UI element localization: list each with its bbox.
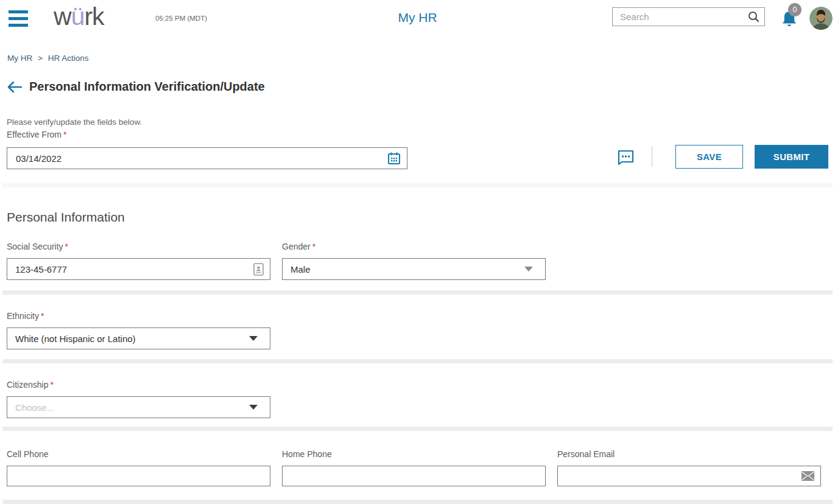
search-input[interactable]: [620, 12, 748, 22]
social-security-input-box[interactable]: [7, 258, 270, 280]
row-divider: [2, 427, 833, 431]
section-divider: [2, 183, 833, 187]
logo-text: w: [54, 2, 71, 30]
section-title: Personal Information: [7, 210, 835, 225]
citizenship-label: Citizenship*: [7, 380, 270, 390]
effective-from-label: Effective From*: [7, 130, 835, 139]
form-row-2: Ethnicity* White (not Hispanic or Latino…: [7, 311, 835, 349]
chevron-down-icon: [524, 267, 533, 271]
clock-time: 05:25 PM (MDT): [155, 15, 207, 22]
chevron-down-icon: [249, 405, 258, 410]
page-header-title: My HR: [398, 10, 437, 25]
cell-phone-input-box[interactable]: [7, 466, 270, 486]
page-title: Personal Information Verification/Update: [29, 80, 265, 94]
social-security-input[interactable]: [15, 264, 253, 275]
required-marker: *: [63, 130, 66, 139]
breadcrumb-my-hr[interactable]: My HR: [7, 54, 32, 63]
citizenship-field: Citizenship* Choose...: [7, 380, 270, 418]
required-marker: *: [312, 242, 315, 251]
ethnicity-value: White (not Hispanic or Latino): [15, 334, 249, 344]
avatar[interactable]: [809, 7, 833, 30]
email-envelope-icon: [802, 471, 814, 481]
id-badge-icon: [253, 263, 264, 276]
row-divider: [2, 290, 833, 295]
ethnicity-field: Ethnicity* White (not Hispanic or Latino…: [7, 311, 270, 349]
cell-phone-field: Cell Phone: [7, 449, 270, 486]
personal-email-field: Personal Email: [557, 449, 821, 486]
back-arrow-icon[interactable]: [7, 82, 22, 93]
effective-from-field[interactable]: [7, 147, 407, 169]
ethnicity-label: Ethnicity*: [7, 311, 270, 321]
button-divider: [652, 146, 652, 167]
menu-icon[interactable]: [9, 10, 28, 27]
cell-phone-input[interactable]: [15, 471, 264, 481]
personal-email-input[interactable]: [566, 471, 802, 481]
home-phone-field: Home Phone: [282, 449, 546, 486]
gender-value: Male: [291, 264, 524, 275]
gender-label: Gender*: [282, 242, 546, 251]
required-marker: *: [41, 311, 44, 321]
bottom-divider: [2, 500, 833, 504]
breadcrumb-separator: >: [38, 54, 43, 63]
notification-count-badge: 0: [788, 3, 802, 16]
home-phone-label: Home Phone: [282, 449, 546, 459]
breadcrumb: My HR > HR Actions: [7, 54, 835, 63]
row-divider: [2, 359, 833, 363]
citizenship-select[interactable]: Choose...: [7, 396, 270, 418]
gender-select[interactable]: Male: [282, 258, 546, 280]
form-row-1: Social Security* Gender* Male: [7, 242, 835, 280]
chevron-down-icon: [249, 336, 258, 341]
calendar-icon[interactable]: [387, 152, 401, 165]
social-security-field: Social Security*: [7, 242, 270, 280]
gender-field: Gender* Male: [282, 242, 546, 280]
effective-from-input[interactable]: [16, 153, 387, 164]
intro-text: Please verify/update the fields below.: [7, 117, 835, 127]
home-phone-input-box[interactable]: [282, 466, 546, 486]
logo-text: rk: [84, 2, 104, 30]
required-marker: *: [50, 380, 53, 390]
cell-phone-label: Cell Phone: [7, 449, 270, 459]
breadcrumb-hr-actions[interactable]: HR Actions: [48, 54, 89, 63]
search-icon[interactable]: [748, 11, 759, 23]
personal-email-label: Personal Email: [557, 449, 821, 459]
form-row-3: Citizenship* Choose...: [7, 380, 835, 418]
citizenship-placeholder: Choose...: [15, 402, 249, 413]
form-row-4: Cell Phone Home Phone Personal Email: [7, 449, 835, 486]
comment-icon[interactable]: [617, 149, 635, 166]
app-screen: würk 05:25 PM (MDT) My HR 0: [0, 0, 835, 504]
personal-email-input-box[interactable]: [557, 466, 821, 486]
logo-text-umlaut: ü: [71, 2, 85, 30]
social-security-label: Social Security*: [7, 242, 270, 251]
save-button[interactable]: SAVE: [675, 145, 743, 169]
title-row: Personal Information Verification/Update: [7, 80, 835, 94]
required-marker: *: [65, 242, 68, 251]
action-row: SAVE SUBMIT: [7, 145, 828, 169]
submit-button[interactable]: SUBMIT: [755, 145, 828, 169]
ethnicity-select[interactable]: White (not Hispanic or Latino): [7, 327, 270, 349]
top-header: würk 05:25 PM (MDT) My HR 0: [0, 0, 835, 38]
search-box[interactable]: [612, 7, 765, 26]
home-phone-input[interactable]: [291, 471, 539, 481]
wurk-logo[interactable]: würk: [54, 2, 104, 31]
